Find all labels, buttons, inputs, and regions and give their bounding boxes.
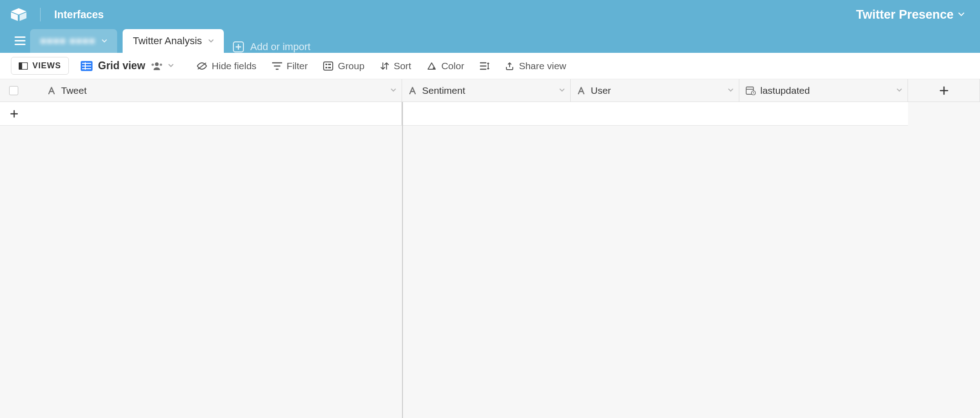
sidebar-icon: [19, 62, 28, 70]
plus-square-icon: [233, 41, 244, 52]
add-field-button[interactable]: [908, 79, 980, 102]
app-header: Interfaces Twitter Presence ■■■■ ■■■■ Tw…: [0, 0, 980, 53]
column-label: Sentiment: [422, 85, 465, 96]
svg-point-23: [433, 67, 435, 69]
chevron-down-icon: [897, 88, 902, 92]
select-all-checkbox[interactable]: [9, 86, 18, 95]
sort-button[interactable]: Sort: [378, 58, 413, 74]
chevron-down-icon: [958, 12, 965, 17]
group-button[interactable]: Group: [321, 58, 366, 74]
svg-rect-3: [15, 36, 26, 38]
views-button[interactable]: VIEWS: [11, 57, 69, 75]
column-label: lastupdated: [760, 85, 810, 96]
add-or-import-label: Add or import: [250, 41, 310, 53]
svg-rect-8: [19, 62, 22, 69]
tab-twitter-analysis[interactable]: Twitter Analysis: [123, 29, 224, 53]
tab-active-label: Twitter Analysis: [133, 35, 202, 47]
sort-label: Sort: [394, 61, 412, 71]
svg-rect-12: [82, 68, 91, 69]
airtable-logo-icon[interactable]: [11, 8, 26, 21]
grid-table: Tweet Sentiment User: [0, 79, 980, 418]
people-icon: [151, 62, 163, 70]
column-header-row: Tweet Sentiment User: [0, 79, 980, 102]
row-height-button[interactable]: [478, 59, 491, 73]
created-time-icon: [746, 86, 756, 95]
svg-point-16: [160, 63, 162, 66]
hide-fields-button[interactable]: Hide fields: [195, 58, 258, 74]
filter-button[interactable]: Filter: [270, 58, 310, 74]
view-toolbar: VIEWS Grid view Hide fields F: [0, 53, 980, 79]
column-header-sentiment[interactable]: Sentiment: [402, 79, 571, 102]
svg-rect-21: [328, 64, 331, 65]
color-button[interactable]: Color: [425, 58, 466, 74]
share-view-label: Share view: [519, 61, 566, 71]
header-top-row: Interfaces Twitter Presence: [0, 0, 980, 29]
grid-icon: [81, 61, 93, 71]
svg-point-15: [151, 63, 154, 66]
tab-inactive[interactable]: ■■■■ ■■■■: [30, 29, 117, 53]
interfaces-link[interactable]: Interfaces: [54, 9, 104, 21]
chevron-down-icon: [391, 88, 396, 92]
base-name-label: Twitter Presence: [856, 8, 954, 22]
tables-menu-icon[interactable]: [10, 29, 30, 53]
chevron-down-icon: [728, 88, 733, 92]
filter-label: Filter: [287, 61, 308, 71]
svg-point-14: [155, 62, 159, 66]
view-switcher[interactable]: Grid view: [81, 60, 174, 72]
base-name-dropdown[interactable]: Twitter Presence: [856, 8, 967, 22]
views-label: VIEWS: [32, 61, 61, 71]
add-row-row: [0, 102, 908, 126]
frozen-column-divider: [402, 102, 403, 418]
header-divider: [40, 8, 41, 21]
hide-fields-label: Hide fields: [212, 61, 257, 71]
svg-rect-5: [15, 44, 26, 45]
svg-rect-10: [82, 63, 91, 64]
grid-view-label: Grid view: [98, 60, 145, 72]
svg-rect-19: [325, 64, 327, 65]
text-field-icon: [47, 87, 57, 95]
chevron-down-icon: [102, 39, 107, 43]
svg-rect-11: [82, 66, 91, 66]
column-header-user[interactable]: User: [571, 79, 739, 102]
svg-rect-22: [328, 67, 331, 68]
plus-icon: [10, 110, 18, 118]
column-header-lastupdated[interactable]: lastupdated: [739, 79, 908, 102]
tabs-row: ■■■■ ■■■■ Twitter Analysis Add or import: [0, 29, 980, 53]
column-header-tweet[interactable]: Tweet: [41, 79, 402, 102]
svg-rect-13: [85, 62, 86, 70]
svg-rect-4: [15, 40, 26, 41]
text-field-icon: [577, 87, 586, 95]
text-field-icon: [408, 87, 418, 95]
empty-cell: [402, 102, 908, 125]
add-or-import-button[interactable]: Add or import: [224, 41, 320, 53]
select-all-cell[interactable]: [0, 79, 41, 102]
chevron-down-icon: [168, 64, 174, 68]
column-label: User: [591, 85, 611, 96]
svg-rect-20: [325, 67, 327, 68]
empty-cell: [41, 102, 402, 125]
color-label: Color: [441, 61, 464, 71]
group-label: Group: [338, 61, 364, 71]
tab-inactive-label: ■■■■ ■■■■: [40, 35, 95, 47]
svg-rect-18: [324, 62, 333, 70]
column-label: Tweet: [61, 85, 87, 96]
chevron-down-icon: [559, 88, 565, 92]
share-view-button[interactable]: Share view: [503, 58, 568, 74]
add-row-button[interactable]: [0, 102, 41, 125]
plus-icon: [939, 86, 949, 95]
chevron-down-icon: [208, 39, 214, 43]
